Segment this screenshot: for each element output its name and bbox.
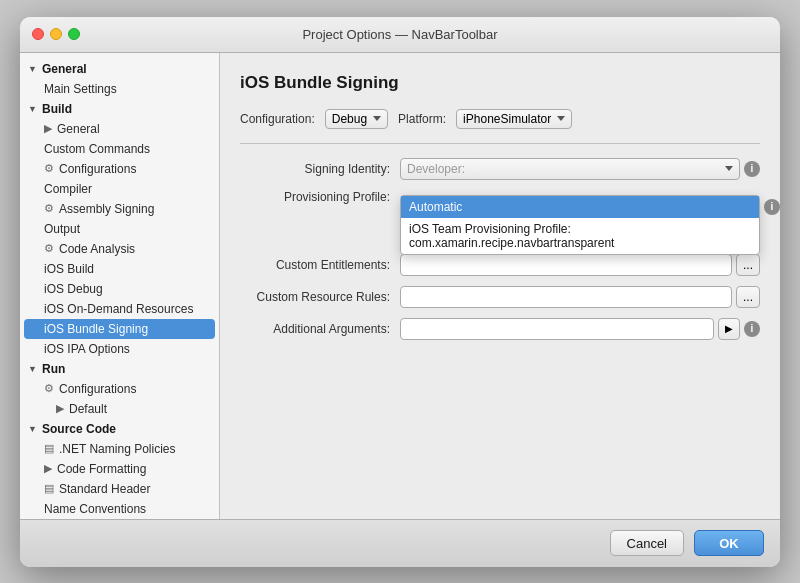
signing-identity-select[interactable]: Developer: (400, 158, 740, 180)
sidebar-section-run-label: Run (42, 362, 65, 376)
arrow-icon-general-build: ▶ (44, 122, 52, 135)
footer: Cancel OK (20, 519, 780, 567)
configuration-dropdown-arrow (373, 116, 381, 121)
sidebar-section-source-code[interactable]: ▼ Source Code (20, 419, 219, 439)
platform-dropdown-arrow (557, 116, 565, 121)
gear-icon-assembly: ⚙ (44, 202, 54, 215)
sidebar-item-run-default[interactable]: ▶ Default (20, 399, 219, 419)
window-body: ▼ General Main Settings ▼ Build ▶ Genera… (20, 53, 780, 519)
additional-arguments-label: Additional Arguments: (240, 322, 400, 336)
signing-identity-label: Signing Identity: (240, 162, 400, 176)
close-button[interactable] (32, 28, 44, 40)
sidebar-item-assembly-signing[interactable]: ⚙ Assembly Signing (20, 199, 219, 219)
titlebar: Project Options — NavBarToolbar (20, 17, 780, 53)
sidebar-item-output-label: Output (44, 222, 80, 236)
additional-arguments-info-button[interactable]: i (744, 321, 760, 337)
sidebar-section-build[interactable]: ▼ Build (20, 99, 219, 119)
configuration-select[interactable]: Debug (325, 109, 388, 129)
signing-identity-info-button[interactable]: i (744, 161, 760, 177)
gear-icon-configurations: ⚙ (44, 162, 54, 175)
sidebar-item-code-analysis[interactable]: ⚙ Code Analysis (20, 239, 219, 259)
gear-icon-code-analysis: ⚙ (44, 242, 54, 255)
sidebar-section-general-label: General (42, 62, 87, 76)
provisioning-profile-info-button[interactable]: i (764, 199, 780, 215)
sidebar-item-ios-debug[interactable]: iOS Debug (20, 279, 219, 299)
custom-resource-rules-ellipsis-button[interactable]: ... (736, 286, 760, 308)
sidebar: ▼ General Main Settings ▼ Build ▶ Genera… (20, 53, 220, 519)
minimize-button[interactable] (50, 28, 62, 40)
sidebar-item-ios-ipa-options[interactable]: iOS IPA Options (20, 339, 219, 359)
provisioning-option-automatic[interactable]: Automatic (401, 196, 759, 218)
maximize-button[interactable] (68, 28, 80, 40)
ok-button[interactable]: OK (694, 530, 764, 556)
arrow-icon-code-formatting: ▶ (44, 462, 52, 475)
provisioning-option-ios-team[interactable]: iOS Team Provisioning Profile: com.xamar… (401, 218, 759, 254)
sidebar-item-general-build-label: General (57, 122, 100, 136)
collapse-arrow-build: ▼ (28, 104, 38, 114)
sidebar-item-main-settings[interactable]: Main Settings (20, 79, 219, 99)
page-title: iOS Bundle Signing (240, 73, 760, 93)
signing-identity-prefix: Developer: (407, 162, 588, 176)
platform-value: iPhoneSimulator (463, 112, 551, 126)
signing-identity-row: Signing Identity: Developer: i (240, 158, 760, 180)
collapse-arrow-source-code: ▼ (28, 424, 38, 434)
sidebar-item-ios-on-demand-label: iOS On-Demand Resources (44, 302, 193, 316)
sidebar-item-configurations[interactable]: ⚙ Configurations (20, 159, 219, 179)
platform-select[interactable]: iPhoneSimulator (456, 109, 572, 129)
main-window: Project Options — NavBarToolbar ▼ Genera… (20, 17, 780, 567)
custom-resource-rules-row: Custom Resource Rules: ... (240, 286, 760, 308)
signing-identity-arrow (725, 166, 733, 171)
arrow-icon-run-default: ▶ (56, 402, 64, 415)
sidebar-item-ios-bundle-signing[interactable]: iOS Bundle Signing (24, 319, 215, 339)
sidebar-item-standard-header-label: Standard Header (59, 482, 150, 496)
sidebar-item-standard-header[interactable]: ▤ Standard Header (20, 479, 219, 499)
sidebar-item-name-conventions[interactable]: Name Conventions (20, 499, 219, 519)
list-icon-standard-header: ▤ (44, 482, 54, 495)
sidebar-section-run[interactable]: ▼ Run (20, 359, 219, 379)
sidebar-item-custom-commands-label: Custom Commands (44, 142, 150, 156)
additional-arguments-control: ▶ i (400, 318, 760, 340)
sidebar-item-assembly-signing-label: Assembly Signing (59, 202, 154, 216)
sidebar-item-ios-debug-label: iOS Debug (44, 282, 103, 296)
main-content: iOS Bundle Signing Configuration: Debug … (220, 53, 780, 519)
sidebar-section-build-label: Build (42, 102, 72, 116)
cancel-button[interactable]: Cancel (610, 530, 684, 556)
custom-entitlements-control: ... (400, 254, 760, 276)
sidebar-item-ios-bundle-signing-label: iOS Bundle Signing (44, 322, 148, 336)
sidebar-item-output[interactable]: Output (20, 219, 219, 239)
additional-arguments-input[interactable] (400, 318, 714, 340)
sidebar-item-custom-commands[interactable]: Custom Commands (20, 139, 219, 159)
sidebar-item-code-formatting-label: Code Formatting (57, 462, 146, 476)
custom-resource-rules-control: ... (400, 286, 760, 308)
sidebar-item-general-build[interactable]: ▶ General (20, 119, 219, 139)
sidebar-item-code-formatting[interactable]: ▶ Code Formatting (20, 459, 219, 479)
platform-label: Platform: (398, 112, 446, 126)
sidebar-item-compiler-label: Compiler (44, 182, 92, 196)
sidebar-section-general[interactable]: ▼ General (20, 59, 219, 79)
sidebar-item-main-settings-label: Main Settings (44, 82, 117, 96)
custom-entitlements-input[interactable] (400, 254, 732, 276)
sidebar-item-ios-on-demand[interactable]: iOS On-Demand Resources (20, 299, 219, 319)
sidebar-item-run-configurations[interactable]: ⚙ Configurations (20, 379, 219, 399)
custom-resource-rules-label: Custom Resource Rules: (240, 290, 400, 304)
form-section: Signing Identity: Developer: i Provi (240, 143, 760, 340)
sidebar-item-net-naming-label: .NET Naming Policies (59, 442, 175, 456)
sidebar-item-run-configurations-label: Configurations (59, 382, 136, 396)
configuration-value: Debug (332, 112, 367, 126)
custom-resource-rules-input[interactable] (400, 286, 732, 308)
additional-arguments-play-button[interactable]: ▶ (718, 318, 740, 340)
sidebar-item-compiler[interactable]: Compiler (20, 179, 219, 199)
sidebar-item-net-naming[interactable]: ▤ .NET Naming Policies (20, 439, 219, 459)
signing-identity-control: Developer: i (400, 158, 760, 180)
collapse-arrow-general: ▼ (28, 64, 38, 74)
custom-entitlements-label: Custom Entitlements: (240, 258, 400, 272)
config-row: Configuration: Debug Platform: iPhoneSim… (240, 109, 760, 129)
sidebar-item-ios-ipa-options-label: iOS IPA Options (44, 342, 130, 356)
window-title: Project Options — NavBarToolbar (302, 27, 497, 42)
sidebar-item-ios-build[interactable]: iOS Build (20, 259, 219, 279)
sidebar-item-configurations-label: Configurations (59, 162, 136, 176)
sidebar-item-ios-build-label: iOS Build (44, 262, 94, 276)
sidebar-item-code-analysis-label: Code Analysis (59, 242, 135, 256)
sidebar-item-run-default-label: Default (69, 402, 107, 416)
custom-entitlements-ellipsis-button[interactable]: ... (736, 254, 760, 276)
